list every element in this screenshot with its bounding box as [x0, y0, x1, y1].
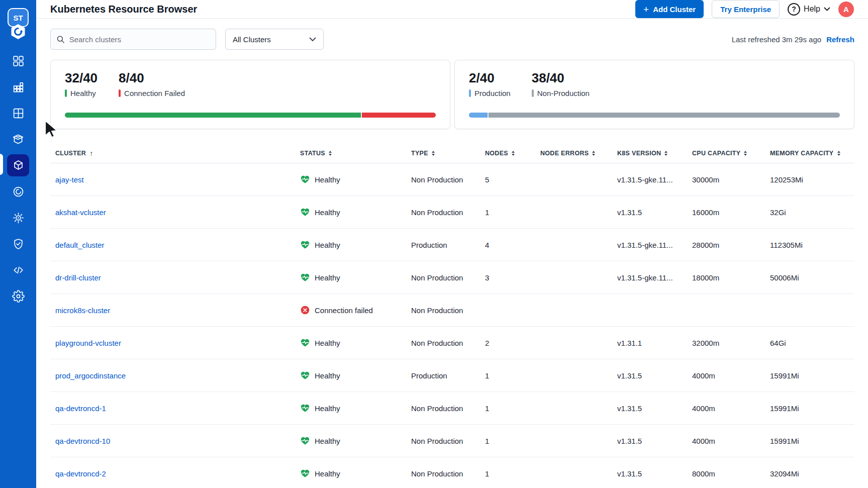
cluster-filter-select[interactable]: All Clusters	[225, 29, 324, 50]
status-cell: Healthy	[300, 174, 411, 184]
table-row[interactable]: qa-devtroncd-2 Healthy Non Production 1 …	[50, 457, 854, 488]
cpu-capacity-cell: 30000m	[692, 175, 770, 184]
cluster-link[interactable]: qa-devtroncd-2	[55, 469, 106, 478]
sidebar-item-observability[interactable]	[0, 178, 36, 205]
failed-bar-segment	[362, 113, 436, 118]
column-header-cpu[interactable]: CPU CAPACITY	[692, 150, 770, 157]
sort-icon	[329, 151, 332, 156]
bulkhead-icon	[7, 207, 29, 229]
search-clusters-box[interactable]	[50, 29, 216, 50]
table-row[interactable]: dr-drill-cluster Healthy Non Production …	[50, 261, 854, 294]
apps-grid-icon	[7, 50, 29, 72]
table-row[interactable]: prod_argocdinstance Healthy Production 1…	[50, 359, 854, 392]
question-mark-icon: ?	[788, 3, 800, 16]
nodes-cell: 1	[485, 208, 540, 217]
chart-store-box-icon	[7, 128, 29, 150]
user-avatar[interactable]: A	[838, 2, 854, 17]
healthy-heart-icon	[300, 240, 310, 250]
sidebar-item-application-groups[interactable]	[0, 74, 36, 100]
column-header-nodes[interactable]: NODES	[485, 150, 540, 157]
cpu-capacity-cell: 4000m	[692, 371, 770, 380]
bullseye-icon	[7, 180, 29, 203]
table-row[interactable]: microk8s-cluster Connection failed Non P…	[50, 294, 854, 327]
settings-gear-icon	[7, 285, 29, 307]
search-icon	[57, 35, 65, 44]
workspace-logo[interactable]: ST	[0, 0, 36, 40]
table-header-row: CLUSTER↑STATUSTYPENODESNODE ERRORSK8S VE…	[50, 143, 854, 163]
memory-capacity-cell: 50006Mi	[770, 273, 854, 282]
code-icon	[7, 259, 29, 281]
search-clusters-input[interactable]	[69, 35, 210, 44]
cluster-link[interactable]: microk8s-cluster	[55, 306, 110, 315]
column-header-node_errors[interactable]: NODE ERRORS	[540, 150, 617, 157]
refresh-link[interactable]: Refresh	[826, 35, 854, 44]
table-body: ajay-test Healthy Non Production 5 v1.31…	[50, 163, 854, 488]
cluster-link[interactable]: qa-devtroncd-10	[55, 437, 110, 445]
table-row[interactable]: default_cluster Healthy Production 4 v1.…	[50, 229, 854, 261]
column-header-cluster[interactable]: CLUSTER↑	[50, 149, 300, 157]
column-label: MEMORY CAPACITY	[770, 150, 834, 157]
k8s-version-cell: v1.31.5-gke.11...	[617, 175, 692, 184]
cluster-link[interactable]: ajay-test	[55, 175, 84, 184]
sidebar-item-jobs[interactable]	[0, 100, 36, 126]
add-cluster-button[interactable]: + Add Cluster	[635, 0, 704, 18]
status-label: Healthy	[315, 175, 340, 184]
try-enterprise-button[interactable]: Try Enterprise	[712, 0, 780, 18]
healthy-heart-icon	[300, 403, 310, 413]
status-label: Healthy	[315, 469, 340, 478]
cluster-link[interactable]: dr-drill-cluster	[55, 273, 101, 282]
cluster-link[interactable]: qa-devtroncd-1	[55, 404, 106, 413]
column-header-type[interactable]: TYPE	[411, 150, 485, 157]
cluster-link[interactable]: akshat-vcluster	[55, 208, 106, 217]
cluster-link[interactable]: playground-vcluster	[55, 339, 121, 347]
healthy-heart-icon	[300, 436, 310, 446]
memory-capacity-cell: 120253Mi	[770, 175, 854, 184]
table-row[interactable]: akshat-vcluster Healthy Non Production 1…	[50, 196, 854, 229]
healthy-heart-icon	[300, 272, 310, 282]
topbar: Kubernetes Resource Browser + Add Cluste…	[36, 0, 868, 19]
sidebar-item-security[interactable]	[0, 231, 36, 257]
non-production-stat: 38/40 Non-Production	[532, 70, 590, 97]
sidebar-item-settings[interactable]	[0, 283, 36, 309]
status-cell: Healthy	[300, 436, 411, 446]
failed-tick	[119, 89, 121, 97]
table-row[interactable]: ajay-test Healthy Non Production 5 v1.31…	[50, 163, 854, 196]
healthy-heart-icon	[300, 370, 310, 380]
help-menu[interactable]: ? Help	[788, 3, 830, 16]
cluster-link[interactable]: default_cluster	[55, 241, 105, 249]
cpu-capacity-cell: 4000m	[692, 404, 770, 413]
sort-icon	[432, 151, 435, 156]
table-row[interactable]: qa-devtroncd-10 Healthy Non Production 1…	[50, 425, 854, 457]
type-cell: Production	[411, 241, 485, 249]
healthy-heart-icon	[300, 468, 310, 478]
table-row[interactable]: playground-vcluster Healthy Non Producti…	[50, 327, 854, 359]
memory-capacity-cell: 32094Mi	[770, 469, 854, 478]
status-label: Healthy	[315, 273, 340, 282]
k8s-version-cell: v1.31.1	[617, 339, 692, 347]
column-header-k8s_version[interactable]: K8S VERSION	[617, 150, 692, 157]
healthy-stat: 32/40 Healthy	[65, 70, 98, 97]
column-header-status[interactable]: STATUS	[300, 150, 411, 157]
column-header-memory[interactable]: MEMORY CAPACITY	[770, 150, 854, 157]
sidebar-item-chart-store[interactable]	[0, 126, 36, 152]
sidebar: ST	[0, 0, 36, 488]
column-label: TYPE	[411, 150, 428, 157]
sidebar-item-applications[interactable]	[0, 48, 36, 74]
k8s-version-cell: v1.31.5	[617, 371, 692, 380]
sidebar-item-global-configurations[interactable]	[0, 205, 36, 231]
status-cell: Healthy	[300, 403, 411, 413]
non-production-bar-segment	[489, 113, 840, 118]
sidebar-item-resource-browser[interactable]	[0, 152, 36, 178]
nodes-cell: 1	[485, 404, 540, 413]
sidebar-item-api-docs[interactable]	[0, 257, 36, 283]
chevron-down-icon	[309, 37, 316, 42]
type-cell: Non Production	[411, 208, 485, 217]
plus-icon: +	[643, 5, 649, 14]
table-row[interactable]: qa-devtroncd-1 Healthy Non Production 1 …	[50, 392, 854, 425]
status-label: Healthy	[315, 241, 340, 249]
cluster-link[interactable]: prod_argocdinstance	[55, 371, 126, 380]
health-status-card: 32/40 Healthy 8/40 Connection Failed	[50, 60, 450, 129]
column-label: NODES	[485, 150, 508, 157]
k8s-version-cell: v1.31.5-gke.11...	[617, 273, 692, 282]
status-cell: Healthy	[300, 207, 411, 217]
